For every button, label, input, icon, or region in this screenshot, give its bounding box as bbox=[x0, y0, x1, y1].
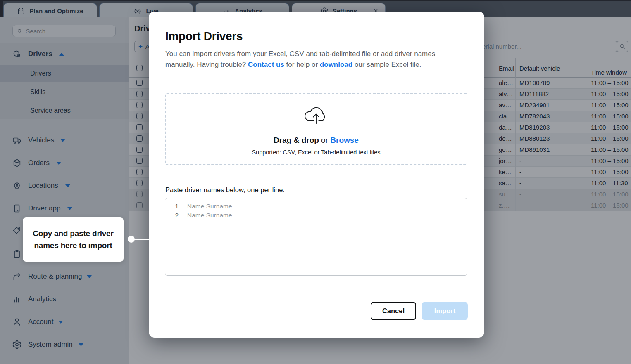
description-text: for help or bbox=[284, 61, 320, 69]
contact-us-link[interactable]: Contact us bbox=[248, 61, 284, 69]
line-number: 1 bbox=[165, 202, 179, 211]
file-dropzone[interactable]: Drag & drop or Browse Supported: CSV, Ex… bbox=[165, 93, 467, 165]
modal-title: Import Drivers bbox=[165, 30, 243, 43]
line-number: 2 bbox=[165, 211, 179, 220]
dropzone-label: Drag & drop or Browse bbox=[166, 136, 467, 145]
line-placeholder: Name Surname bbox=[187, 202, 232, 211]
tooltip-connector-dot bbox=[128, 236, 135, 243]
supported-files-note: Supported: CSV, Excel or Tab-delimited t… bbox=[166, 149, 467, 156]
onboarding-tooltip: Copy and paste driver names here to impo… bbox=[23, 217, 124, 262]
textarea-line: 2 Name Surname bbox=[165, 211, 467, 220]
tooltip-text: Copy and paste driver names here to impo… bbox=[29, 228, 117, 251]
app-window: Plan and Optimize Live Analytics Setting… bbox=[0, 0, 631, 364]
cloud-upload-icon bbox=[300, 100, 333, 128]
paste-names-label: Paste driver names below, one per line: bbox=[165, 186, 285, 194]
textarea-line: 1 Name Surname bbox=[165, 202, 467, 211]
cancel-button[interactable]: Cancel bbox=[371, 302, 416, 320]
download-link[interactable]: download bbox=[320, 61, 352, 69]
modal-description: You can import drivers from your Excel, … bbox=[165, 49, 455, 70]
drag-drop-label: Drag & drop bbox=[274, 136, 319, 144]
browse-link[interactable]: Browse bbox=[330, 136, 359, 144]
driver-names-textarea[interactable]: 1 Name Surname 2 Name Surname bbox=[165, 198, 467, 276]
or-label: or bbox=[319, 136, 330, 144]
description-text: our sample Excel file. bbox=[352, 61, 421, 69]
tooltip-connector-line bbox=[132, 239, 150, 240]
import-button[interactable]: Import bbox=[422, 302, 468, 320]
import-drivers-modal: Import Drivers You can import drivers fr… bbox=[149, 12, 484, 338]
line-placeholder: Name Surname bbox=[187, 211, 232, 220]
